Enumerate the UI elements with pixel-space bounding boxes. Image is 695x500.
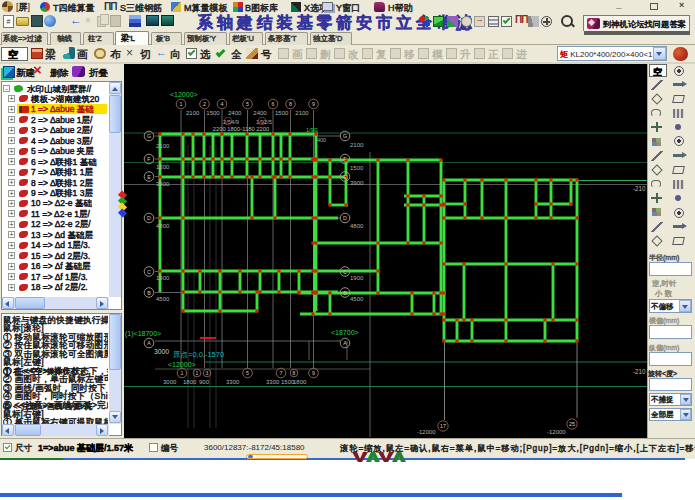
svg-text:3900: 3900 <box>350 180 364 186</box>
svg-text:9: 9 <box>312 370 315 376</box>
svg-text:9: 9 <box>312 101 315 107</box>
svg-text:-210: -210 <box>633 368 646 375</box>
svg-text:17: 17 <box>440 423 446 429</box>
svg-text:2200 1800-1180 2200: 2200 1800-1180 2200 <box>213 126 269 132</box>
svg-text:1: 1 <box>180 101 183 107</box>
svg-text:3900: 3900 <box>156 181 170 187</box>
svg-text:25: 25 <box>569 421 575 427</box>
svg-text:1500: 1500 <box>206 110 220 116</box>
svg-text:3300: 3300 <box>266 379 280 385</box>
svg-text:5: 5 <box>246 101 249 107</box>
svg-text:5: 5 <box>246 370 249 376</box>
svg-text:1500: 1500 <box>350 165 364 171</box>
svg-text:400: 400 <box>317 137 326 143</box>
svg-text:1900: 1900 <box>156 275 170 281</box>
svg-text:(1)<18700>: (1)<18700> <box>125 330 161 338</box>
svg-text:2100: 2100 <box>156 143 170 149</box>
svg-text:4500: 4500 <box>350 296 364 302</box>
svg-text:4800: 4800 <box>350 223 364 229</box>
svg-text:D: D <box>343 215 347 221</box>
svg-text:-12000: -12000 <box>417 429 436 435</box>
svg-text:A: A <box>147 340 151 346</box>
svg-text:<12000>: <12000> <box>170 91 198 98</box>
svg-text:6: 6 <box>272 101 275 107</box>
svg-text:1900: 1900 <box>350 275 364 281</box>
svg-text:<12000>: <12000> <box>168 361 196 368</box>
svg-text:1500: 1500 <box>156 164 170 170</box>
svg-text:2100: 2100 <box>186 110 200 116</box>
svg-text:3: 3 <box>206 370 209 376</box>
svg-text:900: 900 <box>199 379 210 385</box>
svg-text:2100: 2100 <box>350 142 364 148</box>
svg-text:3000: 3000 <box>154 348 169 355</box>
svg-text:C: C <box>147 269 151 275</box>
svg-text:4500: 4500 <box>156 296 170 302</box>
svg-text:原点=0,0,-1570: 原点=0,0,-1570 <box>173 350 224 359</box>
svg-text:G: G <box>147 133 151 139</box>
svg-text:2/54/9: 2/54/9 <box>223 119 239 125</box>
svg-text:4: 4 <box>221 101 224 107</box>
svg-text:1/92/5: 1/92/5 <box>256 119 272 125</box>
svg-text:1800: 1800 <box>183 379 197 385</box>
svg-text:E: E <box>343 174 347 180</box>
svg-text:8: 8 <box>293 370 296 376</box>
svg-text:-210: -210 <box>633 185 646 192</box>
svg-text:1: 1 <box>181 370 184 376</box>
svg-text:7: 7 <box>280 370 283 376</box>
svg-text:1800: 1800 <box>293 379 307 385</box>
svg-text:4800: 4800 <box>156 223 170 229</box>
svg-text:B: B <box>147 290 151 296</box>
svg-text:A: A <box>343 340 347 346</box>
svg-text:2: 2 <box>203 101 206 107</box>
svg-text:-12000: -12000 <box>547 429 566 435</box>
svg-text:2100: 2100 <box>295 110 309 116</box>
svg-text:1/9G: 1/9G <box>306 127 318 133</box>
svg-text:1500: 1500 <box>275 110 289 116</box>
svg-text:2400: 2400 <box>253 110 267 116</box>
svg-text:3300: 3300 <box>226 379 240 385</box>
svg-text:3000: 3000 <box>163 379 177 385</box>
svg-text:1: 1 <box>196 370 199 376</box>
svg-text:<18700>: <18700> <box>331 329 359 336</box>
svg-text:2400: 2400 <box>228 110 242 116</box>
svg-text:8: 8 <box>289 101 292 107</box>
svg-text:E: E <box>147 174 151 180</box>
svg-text:G: G <box>343 133 347 139</box>
svg-text:C: C <box>343 269 347 275</box>
svg-text:B: B <box>343 290 347 296</box>
svg-text:D: D <box>147 215 151 221</box>
